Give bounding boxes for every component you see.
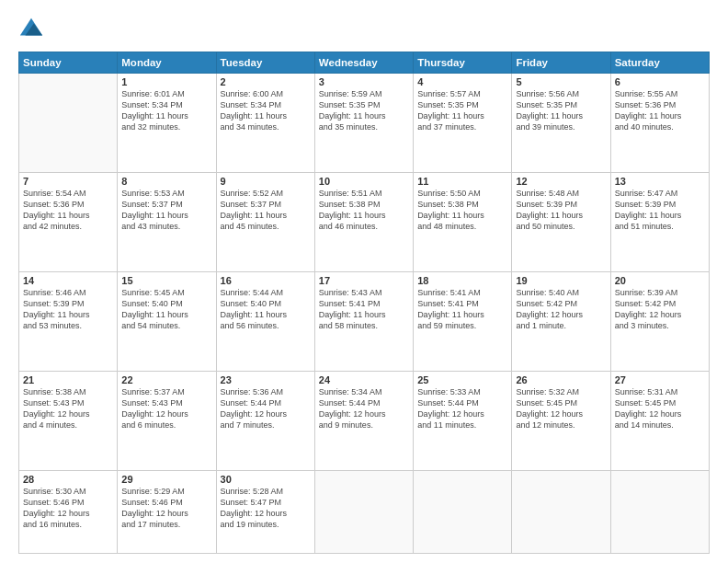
calendar-cell xyxy=(512,470,610,553)
calendar-cell: 3Sunrise: 5:59 AMSunset: 5:35 PMDaylight… xyxy=(314,74,413,173)
calendar-cell: 27Sunrise: 5:31 AMSunset: 5:45 PMDayligh… xyxy=(610,371,709,470)
calendar-cell: 23Sunrise: 5:36 AMSunset: 5:44 PMDayligh… xyxy=(216,371,314,470)
day-info: Sunrise: 5:45 AMSunset: 5:40 PMDaylight:… xyxy=(121,287,211,332)
day-number: 23 xyxy=(221,374,311,385)
weekday-header-wednesday: Wednesday xyxy=(314,52,413,74)
calendar-cell: 18Sunrise: 5:41 AMSunset: 5:41 PMDayligh… xyxy=(414,271,512,371)
day-number: 17 xyxy=(319,275,409,286)
day-number: 12 xyxy=(516,176,606,187)
calendar-cell xyxy=(19,74,118,173)
day-number: 20 xyxy=(615,275,705,286)
day-info: Sunrise: 5:48 AMSunset: 5:39 PMDaylight:… xyxy=(516,188,606,233)
day-info: Sunrise: 5:57 AMSunset: 5:35 PMDaylight:… xyxy=(417,88,507,133)
weekday-header-friday: Friday xyxy=(512,52,610,74)
calendar-cell: 19Sunrise: 5:40 AMSunset: 5:42 PMDayligh… xyxy=(512,271,610,371)
calendar-week-row: 7Sunrise: 5:54 AMSunset: 5:36 PMDaylight… xyxy=(19,172,710,271)
day-info: Sunrise: 5:44 AMSunset: 5:40 PMDaylight:… xyxy=(221,287,311,332)
day-info: Sunrise: 5:38 AMSunset: 5:43 PMDaylight:… xyxy=(23,386,113,431)
calendar-week-row: 14Sunrise: 5:46 AMSunset: 5:39 PMDayligh… xyxy=(19,271,710,371)
calendar-cell: 14Sunrise: 5:46 AMSunset: 5:39 PMDayligh… xyxy=(19,271,118,371)
day-number: 29 xyxy=(121,474,211,485)
day-info: Sunrise: 5:55 AMSunset: 5:36 PMDaylight:… xyxy=(615,88,705,133)
calendar-cell: 24Sunrise: 5:34 AMSunset: 5:44 PMDayligh… xyxy=(314,371,413,470)
day-info: Sunrise: 5:32 AMSunset: 5:45 PMDaylight:… xyxy=(516,386,606,431)
calendar-cell: 17Sunrise: 5:43 AMSunset: 5:41 PMDayligh… xyxy=(314,271,413,371)
day-info: Sunrise: 5:28 AMSunset: 5:47 PMDaylight:… xyxy=(221,486,311,531)
day-info: Sunrise: 5:36 AMSunset: 5:44 PMDaylight:… xyxy=(221,386,311,431)
calendar-cell: 15Sunrise: 5:45 AMSunset: 5:40 PMDayligh… xyxy=(118,271,216,371)
calendar-cell: 20Sunrise: 5:39 AMSunset: 5:42 PMDayligh… xyxy=(610,271,709,371)
calendar-cell: 9Sunrise: 5:52 AMSunset: 5:37 PMDaylight… xyxy=(216,172,314,271)
calendar-week-row: 28Sunrise: 5:30 AMSunset: 5:46 PMDayligh… xyxy=(19,470,710,553)
day-number: 15 xyxy=(121,275,211,286)
calendar-cell: 12Sunrise: 5:48 AMSunset: 5:39 PMDayligh… xyxy=(512,172,610,271)
day-info: Sunrise: 5:46 AMSunset: 5:39 PMDaylight:… xyxy=(23,287,113,332)
day-info: Sunrise: 5:43 AMSunset: 5:41 PMDaylight:… xyxy=(319,287,409,332)
calendar-week-row: 21Sunrise: 5:38 AMSunset: 5:43 PMDayligh… xyxy=(19,371,710,470)
day-info: Sunrise: 5:59 AMSunset: 5:35 PMDaylight:… xyxy=(319,88,409,133)
day-info: Sunrise: 5:37 AMSunset: 5:43 PMDaylight:… xyxy=(121,386,211,431)
calendar-cell: 30Sunrise: 5:28 AMSunset: 5:47 PMDayligh… xyxy=(216,470,314,553)
day-info: Sunrise: 5:54 AMSunset: 5:36 PMDaylight:… xyxy=(23,188,113,233)
day-info: Sunrise: 5:56 AMSunset: 5:35 PMDaylight:… xyxy=(516,88,606,133)
weekday-header-thursday: Thursday xyxy=(414,52,512,74)
day-info: Sunrise: 5:52 AMSunset: 5:37 PMDaylight:… xyxy=(221,188,311,233)
day-number: 27 xyxy=(615,374,705,385)
day-info: Sunrise: 5:33 AMSunset: 5:44 PMDaylight:… xyxy=(417,386,507,431)
calendar-cell: 10Sunrise: 5:51 AMSunset: 5:38 PMDayligh… xyxy=(314,172,413,271)
calendar-cell: 25Sunrise: 5:33 AMSunset: 5:44 PMDayligh… xyxy=(414,371,512,470)
calendar-week-row: 1Sunrise: 6:01 AMSunset: 5:34 PMDaylight… xyxy=(19,74,710,173)
calendar-cell: 7Sunrise: 5:54 AMSunset: 5:36 PMDaylight… xyxy=(19,172,118,271)
day-number: 1 xyxy=(121,76,211,87)
day-number: 5 xyxy=(516,76,606,87)
calendar-cell: 1Sunrise: 6:01 AMSunset: 5:34 PMDaylight… xyxy=(118,74,216,173)
calendar-header-row: SundayMondayTuesdayWednesdayThursdayFrid… xyxy=(19,52,710,74)
day-number: 24 xyxy=(319,374,409,385)
day-info: Sunrise: 5:30 AMSunset: 5:46 PMDaylight:… xyxy=(23,486,113,531)
calendar-table: SundayMondayTuesdayWednesdayThursdayFrid… xyxy=(18,52,710,554)
weekday-header-sunday: Sunday xyxy=(19,52,118,74)
day-number: 30 xyxy=(221,474,311,485)
day-info: Sunrise: 5:31 AMSunset: 5:45 PMDaylight:… xyxy=(615,386,705,431)
day-info: Sunrise: 5:50 AMSunset: 5:38 PMDaylight:… xyxy=(417,188,507,233)
day-info: Sunrise: 5:34 AMSunset: 5:44 PMDaylight:… xyxy=(319,386,409,431)
calendar-cell: 22Sunrise: 5:37 AMSunset: 5:43 PMDayligh… xyxy=(118,371,216,470)
day-number: 4 xyxy=(417,76,507,87)
day-number: 21 xyxy=(23,374,113,385)
day-number: 8 xyxy=(121,176,211,187)
day-info: Sunrise: 5:29 AMSunset: 5:46 PMDaylight:… xyxy=(121,486,211,531)
calendar-cell: 29Sunrise: 5:29 AMSunset: 5:46 PMDayligh… xyxy=(118,470,216,553)
logo xyxy=(18,17,48,42)
day-info: Sunrise: 5:53 AMSunset: 5:37 PMDaylight:… xyxy=(121,188,211,233)
calendar-cell: 4Sunrise: 5:57 AMSunset: 5:35 PMDaylight… xyxy=(414,74,512,173)
calendar-cell: 11Sunrise: 5:50 AMSunset: 5:38 PMDayligh… xyxy=(414,172,512,271)
calendar-cell: 5Sunrise: 5:56 AMSunset: 5:35 PMDaylight… xyxy=(512,74,610,173)
logo-icon xyxy=(18,17,44,42)
calendar-cell xyxy=(314,470,413,553)
day-number: 6 xyxy=(615,76,705,87)
day-info: Sunrise: 6:01 AMSunset: 5:34 PMDaylight:… xyxy=(121,88,211,133)
calendar-cell: 8Sunrise: 5:53 AMSunset: 5:37 PMDaylight… xyxy=(118,172,216,271)
day-number: 9 xyxy=(221,176,311,187)
day-number: 14 xyxy=(23,275,113,286)
header xyxy=(18,17,710,42)
calendar-cell xyxy=(610,470,709,553)
day-number: 26 xyxy=(516,374,606,385)
day-info: Sunrise: 5:40 AMSunset: 5:42 PMDaylight:… xyxy=(516,287,606,332)
day-number: 3 xyxy=(319,76,409,87)
day-info: Sunrise: 5:39 AMSunset: 5:42 PMDaylight:… xyxy=(615,287,705,332)
day-info: Sunrise: 5:51 AMSunset: 5:38 PMDaylight:… xyxy=(319,188,409,233)
weekday-header-tuesday: Tuesday xyxy=(216,52,314,74)
day-info: Sunrise: 5:41 AMSunset: 5:41 PMDaylight:… xyxy=(417,287,507,332)
day-number: 2 xyxy=(221,76,311,87)
day-number: 22 xyxy=(121,374,211,385)
weekday-header-saturday: Saturday xyxy=(610,52,709,74)
calendar-cell: 13Sunrise: 5:47 AMSunset: 5:39 PMDayligh… xyxy=(610,172,709,271)
day-number: 18 xyxy=(417,275,507,286)
calendar-cell: 26Sunrise: 5:32 AMSunset: 5:45 PMDayligh… xyxy=(512,371,610,470)
day-number: 11 xyxy=(417,176,507,187)
calendar-cell: 28Sunrise: 5:30 AMSunset: 5:46 PMDayligh… xyxy=(19,470,118,553)
calendar-cell xyxy=(414,470,512,553)
day-number: 25 xyxy=(417,374,507,385)
calendar-cell: 16Sunrise: 5:44 AMSunset: 5:40 PMDayligh… xyxy=(216,271,314,371)
